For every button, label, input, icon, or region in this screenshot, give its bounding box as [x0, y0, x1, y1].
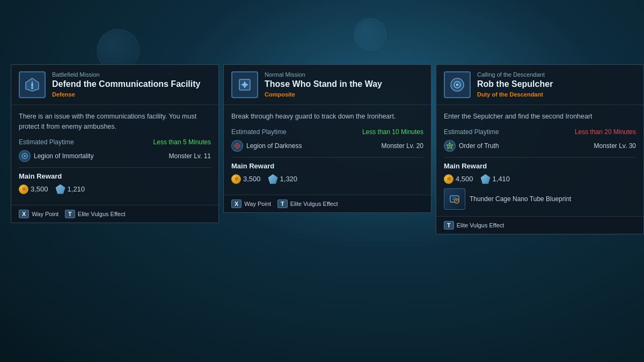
card2-waypoint-key: X	[231, 200, 241, 208]
card1-reward-row: ⊙ 3,500 1,210	[19, 184, 211, 194]
card2-playtime-row: Estimated Playtime Less than 10 Minutes	[231, 128, 423, 136]
svg-point-15	[449, 145, 451, 146]
crystal-icon-2	[268, 174, 278, 184]
card3-info: Calling of the Descendant Rob the Sepulc…	[477, 71, 636, 98]
svg-point-13	[456, 84, 459, 86]
card3-monster-lv: Monster Lv. 30	[594, 142, 636, 150]
card3-gold-reward: ⊙ 4,500	[444, 174, 473, 184]
card1-elite-label: Elite Vulgus Effect	[78, 211, 126, 217]
card1-footer: X Way Point T Elite Vulgus Effect	[11, 205, 218, 223]
blueprint-name: Thunder Cage Nano Tube Blueprint	[470, 195, 571, 203]
card1-elite-key: T	[65, 210, 75, 218]
card3-reward-title: Main Reward	[444, 162, 636, 170]
card1-playtime-row: Estimated Playtime Less than 5 Minutes	[19, 138, 211, 146]
card2-faction-icon	[231, 140, 243, 152]
card2-tag: Composite	[265, 91, 423, 98]
card2-body: Break through heavy guard to track down …	[224, 105, 431, 195]
card3-faction-wrap: Order of Truth	[444, 140, 499, 152]
card3-crystal-reward: 1,410	[481, 174, 510, 184]
card2-divider	[231, 157, 423, 158]
card2-icon	[231, 71, 258, 98]
card1-faction-row: Legion of Immortality Monster Lv. 11	[19, 150, 211, 162]
card1-gold-amount: 3,500	[31, 185, 48, 193]
card3-faction-icon	[444, 140, 456, 152]
card2-playtime-value: Less than 10 Minutes	[362, 128, 423, 136]
card2-faction-wrap: Legion of Darkness	[231, 140, 302, 152]
card3-playtime-label: Estimated Playtime	[444, 128, 499, 136]
svg-point-4	[24, 155, 26, 157]
card2-waypoint-action[interactable]: X Way Point	[231, 200, 271, 208]
svg-point-2	[31, 87, 33, 89]
card2-footer: X Way Point T Elite Vulgus Effect	[224, 195, 431, 212]
card3-gold-amount: 4,500	[456, 175, 473, 183]
card1-tag: Defense	[52, 91, 211, 98]
card1-faction-wrap: Legion of Immortality	[19, 150, 93, 162]
crystal-icon-3	[481, 174, 491, 184]
card3-body: Enter the Sepulcher and find the second …	[436, 105, 643, 216]
card1-faction-name: Legion of Immortality	[34, 152, 93, 160]
coin-icon: ⊙	[19, 184, 28, 194]
card2-desc: Break through heavy guard to track down …	[231, 112, 423, 122]
card2-name: Those Who Stand in the Way	[265, 79, 423, 89]
card3-elite-action[interactable]: T Elite Vulgus Effect	[444, 221, 504, 230]
card2-reward-title: Main Reward	[231, 162, 423, 170]
card3-type: Calling of the Descendant	[477, 71, 636, 78]
card3-playtime-value: Less than 20 Minutes	[575, 128, 636, 136]
coin-icon-2: ⊙	[231, 174, 241, 184]
card3-desc: Enter the Sepulcher and find the second …	[444, 112, 636, 122]
card1-waypoint-action[interactable]: X Way Point	[19, 210, 58, 218]
card2-elite-key: T	[277, 200, 288, 208]
blueprint-icon	[444, 188, 465, 210]
card1-crystal-amount: 1,210	[68, 185, 85, 193]
card3-tag: Duty of the Descendant	[477, 91, 636, 98]
card3-faction-name: Order of Truth	[459, 142, 499, 150]
card2-elite-label: Elite Vulgus Effect	[290, 201, 338, 207]
card1-desc: There is an issue with the communication…	[19, 112, 211, 132]
card3-blueprint-reward: Thunder Cage Nano Tube Blueprint	[444, 188, 636, 210]
card3-elite-key: T	[444, 221, 454, 230]
card3-divider	[444, 157, 636, 158]
card2-header: Normal Mission Those Who Stand in the Wa…	[224, 65, 431, 105]
card1-faction-icon	[19, 150, 31, 162]
card1-type: Battlefield Mission	[52, 71, 211, 78]
card-battlefield-mission: Battlefield Mission Defend the Communica…	[11, 64, 219, 223]
card1-info: Battlefield Mission Defend the Communica…	[52, 71, 211, 98]
card3-footer: T Elite Vulgus Effect	[436, 216, 643, 234]
card3-crystal-amount: 1,410	[493, 175, 510, 183]
card1-header: Battlefield Mission Defend the Communica…	[11, 65, 218, 105]
card2-faction-name: Legion of Darkness	[246, 142, 302, 150]
card2-elite-action[interactable]: T Elite Vulgus Effect	[277, 200, 338, 208]
card1-divider	[19, 167, 211, 168]
card1-playtime-label: Estimated Playtime	[19, 138, 74, 146]
crystal-icon	[56, 184, 65, 194]
card2-monster-lv: Monster Lv. 20	[382, 142, 423, 150]
card2-crystal-amount: 1,320	[280, 175, 298, 183]
card2-reward-row: ⊙ 3,500 1,320	[231, 174, 423, 184]
card1-icon	[19, 71, 46, 98]
card2-gold-reward: ⊙ 3,500	[231, 174, 261, 184]
cards-container: Battlefield Mission Defend the Communica…	[11, 64, 644, 234]
card1-name: Defend the Communications Facility	[52, 79, 211, 89]
card-descendant-mission: Calling of the Descendant Rob the Sepulc…	[436, 64, 644, 234]
card3-faction-row: Order of Truth Monster Lv. 30	[444, 140, 636, 152]
card2-faction-row: Legion of Darkness Monster Lv. 20	[231, 140, 423, 152]
card2-info: Normal Mission Those Who Stand in the Wa…	[265, 71, 423, 98]
card1-gold-reward: ⊙ 3,500	[19, 184, 48, 194]
card1-body: There is an issue with the communication…	[11, 105, 218, 205]
card1-waypoint-label: Way Point	[32, 211, 58, 217]
card2-gold-amount: 3,500	[243, 175, 261, 183]
card3-elite-label: Elite Vulgus Effect	[457, 222, 504, 228]
coin-icon-3: ⊙	[444, 174, 453, 184]
card-normal-mission: Normal Mission Those Who Stand in the Wa…	[223, 64, 431, 213]
card2-playtime-label: Estimated Playtime	[231, 128, 287, 136]
card1-waypoint-key: X	[19, 210, 29, 218]
card1-elite-action[interactable]: T Elite Vulgus Effect	[65, 210, 125, 218]
card3-name: Rob the Sepulcher	[477, 79, 636, 89]
card2-crystal-reward: 1,320	[268, 174, 298, 184]
svg-point-10	[237, 145, 238, 146]
card3-reward-row: ⊙ 4,500 1,410	[444, 174, 636, 184]
card3-icon	[444, 71, 471, 98]
card1-reward-title: Main Reward	[19, 172, 211, 180]
card3-header: Calling of the Descendant Rob the Sepulc…	[436, 65, 643, 105]
card1-crystal-reward: 1,210	[56, 184, 85, 194]
